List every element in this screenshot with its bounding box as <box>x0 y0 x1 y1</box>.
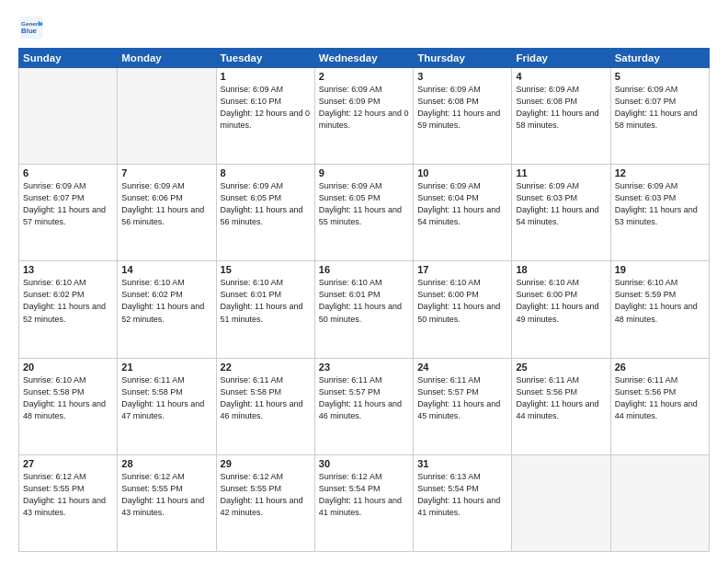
day-number: 9 <box>319 167 409 178</box>
day-number: 22 <box>221 362 311 373</box>
day-cell: 9Sunrise: 6:09 AMSunset: 6:05 PMDaylight… <box>314 165 413 261</box>
day-cell: 24Sunrise: 6:11 AMSunset: 5:57 PMDayligh… <box>414 358 512 454</box>
day-info: Sunrise: 6:11 AMSunset: 5:56 PMDaylight:… <box>615 374 705 422</box>
day-info: Sunrise: 6:10 AMSunset: 6:00 PMDaylight:… <box>516 277 606 325</box>
day-info: Sunrise: 6:09 AMSunset: 6:06 PMDaylight:… <box>121 180 211 228</box>
day-number: 15 <box>221 264 311 275</box>
weekday-header-sunday: Sunday <box>19 49 118 68</box>
logo: General Blue <box>18 15 46 40</box>
day-number: 29 <box>221 458 311 469</box>
day-number: 21 <box>121 362 211 373</box>
day-info: Sunrise: 6:09 AMSunset: 6:07 PMDaylight:… <box>23 180 113 228</box>
day-number: 3 <box>417 71 507 82</box>
day-info: Sunrise: 6:09 AMSunset: 6:04 PMDaylight:… <box>417 180 507 228</box>
weekday-header-saturday: Saturday <box>610 49 709 68</box>
day-cell: 16Sunrise: 6:10 AMSunset: 6:01 PMDayligh… <box>314 261 413 358</box>
day-cell: 6Sunrise: 6:09 AMSunset: 6:07 PMDaylight… <box>19 165 118 261</box>
day-number: 30 <box>319 458 409 469</box>
day-number: 31 <box>417 458 507 469</box>
day-info: Sunrise: 6:09 AMSunset: 6:05 PMDaylight:… <box>319 180 409 228</box>
day-number: 1 <box>221 71 311 82</box>
day-number: 20 <box>23 362 113 373</box>
day-info: Sunrise: 6:11 AMSunset: 5:58 PMDaylight:… <box>121 374 211 422</box>
day-number: 27 <box>23 458 113 469</box>
week-row-4: 20Sunrise: 6:10 AMSunset: 5:58 PMDayligh… <box>19 358 710 454</box>
weekday-header-friday: Friday <box>512 49 610 68</box>
day-cell <box>512 454 610 551</box>
day-info: Sunrise: 6:11 AMSunset: 5:57 PMDaylight:… <box>319 374 409 422</box>
day-info: Sunrise: 6:09 AMSunset: 6:07 PMDaylight:… <box>615 84 705 132</box>
day-cell: 21Sunrise: 6:11 AMSunset: 5:58 PMDayligh… <box>118 358 216 454</box>
weekday-header-monday: Monday <box>118 49 216 68</box>
day-cell: 8Sunrise: 6:09 AMSunset: 6:05 PMDaylight… <box>216 165 314 261</box>
day-info: Sunrise: 6:09 AMSunset: 6:03 PMDaylight:… <box>516 180 606 228</box>
day-number: 24 <box>417 362 507 373</box>
day-info: Sunrise: 6:10 AMSunset: 6:00 PMDaylight:… <box>417 277 507 325</box>
day-cell: 4Sunrise: 6:09 AMSunset: 6:08 PMDaylight… <box>512 68 610 165</box>
day-info: Sunrise: 6:09 AMSunset: 6:08 PMDaylight:… <box>516 84 606 132</box>
day-number: 10 <box>417 167 507 178</box>
day-info: Sunrise: 6:09 AMSunset: 6:03 PMDaylight:… <box>615 180 705 228</box>
day-cell: 18Sunrise: 6:10 AMSunset: 6:00 PMDayligh… <box>512 261 610 358</box>
day-number: 19 <box>615 264 705 275</box>
day-info: Sunrise: 6:09 AMSunset: 6:05 PMDaylight:… <box>221 180 311 228</box>
day-cell: 1Sunrise: 6:09 AMSunset: 6:10 PMDaylight… <box>216 68 314 165</box>
day-info: Sunrise: 6:09 AMSunset: 6:10 PMDaylight:… <box>221 84 311 132</box>
day-number: 18 <box>516 264 606 275</box>
day-cell: 14Sunrise: 6:10 AMSunset: 6:02 PMDayligh… <box>118 261 216 358</box>
day-cell <box>118 68 216 165</box>
day-info: Sunrise: 6:10 AMSunset: 6:01 PMDaylight:… <box>319 277 409 325</box>
day-number: 4 <box>516 71 606 82</box>
day-number: 13 <box>23 264 113 275</box>
day-info: Sunrise: 6:10 AMSunset: 5:58 PMDaylight:… <box>23 374 113 422</box>
day-info: Sunrise: 6:10 AMSunset: 5:59 PMDaylight:… <box>615 277 705 325</box>
day-number: 8 <box>221 167 311 178</box>
day-cell <box>19 68 118 165</box>
day-cell <box>610 454 709 551</box>
day-cell: 13Sunrise: 6:10 AMSunset: 6:02 PMDayligh… <box>19 261 118 358</box>
day-cell: 5Sunrise: 6:09 AMSunset: 6:07 PMDaylight… <box>610 68 709 165</box>
day-number: 16 <box>319 264 409 275</box>
day-number: 6 <box>23 167 113 178</box>
day-info: Sunrise: 6:11 AMSunset: 5:57 PMDaylight:… <box>417 374 507 422</box>
day-cell: 29Sunrise: 6:12 AMSunset: 5:55 PMDayligh… <box>216 454 314 551</box>
day-cell: 10Sunrise: 6:09 AMSunset: 6:04 PMDayligh… <box>414 165 512 261</box>
day-number: 14 <box>121 264 211 275</box>
day-cell: 22Sunrise: 6:11 AMSunset: 5:58 PMDayligh… <box>216 358 314 454</box>
week-row-2: 6Sunrise: 6:09 AMSunset: 6:07 PMDaylight… <box>19 165 710 261</box>
weekday-header-thursday: Thursday <box>414 49 512 68</box>
day-cell: 31Sunrise: 6:13 AMSunset: 5:54 PMDayligh… <box>414 454 512 551</box>
weekday-header-tuesday: Tuesday <box>216 49 314 68</box>
day-number: 7 <box>121 167 211 178</box>
day-info: Sunrise: 6:11 AMSunset: 5:56 PMDaylight:… <box>516 374 606 422</box>
day-cell: 15Sunrise: 6:10 AMSunset: 6:01 PMDayligh… <box>216 261 314 358</box>
page: General Blue SundayMondayTuesdayWednesda… <box>0 0 728 563</box>
header: General Blue <box>18 15 710 40</box>
day-info: Sunrise: 6:11 AMSunset: 5:58 PMDaylight:… <box>221 374 311 422</box>
day-info: Sunrise: 6:12 AMSunset: 5:55 PMDaylight:… <box>221 471 311 519</box>
week-row-3: 13Sunrise: 6:10 AMSunset: 6:02 PMDayligh… <box>19 261 710 358</box>
day-cell: 27Sunrise: 6:12 AMSunset: 5:55 PMDayligh… <box>19 454 118 551</box>
day-cell: 17Sunrise: 6:10 AMSunset: 6:00 PMDayligh… <box>414 261 512 358</box>
day-info: Sunrise: 6:12 AMSunset: 5:55 PMDaylight:… <box>121 471 211 519</box>
day-cell: 20Sunrise: 6:10 AMSunset: 5:58 PMDayligh… <box>19 358 118 454</box>
week-row-1: 1Sunrise: 6:09 AMSunset: 6:10 PMDaylight… <box>19 68 710 165</box>
day-number: 2 <box>319 71 409 82</box>
day-number: 17 <box>417 264 507 275</box>
weekday-header-wednesday: Wednesday <box>314 49 413 68</box>
day-cell: 7Sunrise: 6:09 AMSunset: 6:06 PMDaylight… <box>118 165 216 261</box>
day-cell: 3Sunrise: 6:09 AMSunset: 6:08 PMDaylight… <box>414 68 512 165</box>
svg-text:Blue: Blue <box>21 27 38 35</box>
day-number: 23 <box>319 362 409 373</box>
day-cell: 2Sunrise: 6:09 AMSunset: 6:09 PMDaylight… <box>314 68 413 165</box>
day-cell: 25Sunrise: 6:11 AMSunset: 5:56 PMDayligh… <box>512 358 610 454</box>
day-info: Sunrise: 6:13 AMSunset: 5:54 PMDaylight:… <box>417 471 507 519</box>
day-number: 5 <box>615 71 705 82</box>
day-cell: 19Sunrise: 6:10 AMSunset: 5:59 PMDayligh… <box>610 261 709 358</box>
day-cell: 12Sunrise: 6:09 AMSunset: 6:03 PMDayligh… <box>610 165 709 261</box>
day-number: 26 <box>615 362 705 373</box>
day-number: 12 <box>615 167 705 178</box>
day-number: 25 <box>516 362 606 373</box>
day-info: Sunrise: 6:12 AMSunset: 5:54 PMDaylight:… <box>319 471 409 519</box>
day-info: Sunrise: 6:10 AMSunset: 6:02 PMDaylight:… <box>23 277 113 325</box>
